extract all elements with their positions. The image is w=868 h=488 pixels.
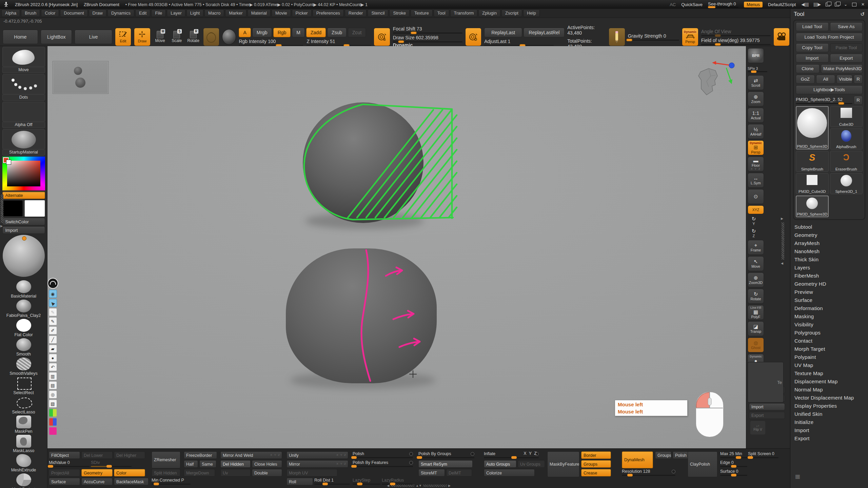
field-of-view-slider[interactable]: Field of view(deg) 39.59775 xyxy=(701,38,771,45)
trash-icon[interactable]: ▥ xyxy=(49,372,57,380)
menu-item[interactable]: Zplugin xyxy=(478,9,500,17)
current-brush-thumbnail[interactable] xyxy=(203,28,219,46)
menu-item[interactable]: Document xyxy=(60,9,87,17)
right-shelf-button[interactable]: ↻ Y xyxy=(748,216,760,226)
adjust-last-slider[interactable]: AdjustLast 1 xyxy=(484,39,554,46)
dynamesh-button[interactable]: DynaMesh xyxy=(622,451,653,468)
polish-button[interactable]: Polish xyxy=(673,451,688,459)
tool-section-item[interactable]: Preview xyxy=(793,288,865,296)
goz-button[interactable]: GoZ xyxy=(796,75,815,84)
mirror-button[interactable]: MirrorX Y Z xyxy=(287,460,348,468)
angle-of-view-slider[interactable]: Angle Of View xyxy=(701,29,771,36)
current-material-sphere[interactable] xyxy=(222,29,236,45)
reset-icon[interactable]: ↺ xyxy=(860,11,865,17)
material-item[interactable]: SelectRect xyxy=(4,377,44,396)
tool-section-item[interactable]: Export xyxy=(793,434,865,442)
mrgb-button[interactable]: Mrgb xyxy=(252,28,272,37)
tool-section-item[interactable]: Deformation xyxy=(793,304,865,312)
backfacemask-button[interactable]: BackfaceMask xyxy=(114,478,149,485)
material-item[interactable]: MaskPen xyxy=(4,415,44,435)
left-tray-tile[interactable]: Move xyxy=(2,47,45,73)
default-zscript-button[interactable]: DefaultZScript xyxy=(768,2,796,7)
edit-mode-button[interactable]: Edit xyxy=(115,28,131,46)
divider-left-icon[interactable]: ◀|||| xyxy=(801,2,809,7)
document-canvas[interactable]: ◉ ◀ ✎ ✎ ✐ ╱ xyxy=(47,46,746,448)
right-shelf-button[interactable]: ↻ Rotate xyxy=(748,289,764,304)
material-item[interactable]: Flat Color xyxy=(4,319,44,338)
alternate-color-button[interactable]: Alternate xyxy=(2,191,45,199)
lightbox-tools-button[interactable]: Lightbox▶Tools xyxy=(796,85,863,94)
color-pair-red-blue-icon[interactable] xyxy=(49,418,57,426)
surface-0-slider[interactable]: Surface 0 xyxy=(720,469,747,476)
texture-preview-box[interactable]: Te xyxy=(748,362,784,403)
texture-import-button[interactable]: Import xyxy=(749,403,785,410)
active-tool-r-button[interactable]: R xyxy=(854,96,863,105)
right-shelf-button[interactable]: ▬ Floor X Y Z xyxy=(748,157,764,171)
restore-window-icon[interactable] xyxy=(835,3,839,6)
menu-item[interactable]: Marker xyxy=(225,9,246,17)
tool-section-item[interactable]: Normal Map xyxy=(793,385,865,393)
double-button[interactable]: Double xyxy=(252,469,282,476)
menu-item[interactable]: Dynamics xyxy=(107,9,134,17)
color-picker[interactable] xyxy=(2,157,45,190)
load-tool-button[interactable]: Load Tool xyxy=(796,22,829,31)
polish-slider[interactable]: Polish xyxy=(353,451,413,458)
tool-section-item[interactable]: Import xyxy=(793,426,865,434)
menu-item[interactable]: Stroke xyxy=(389,9,410,17)
menu-item[interactable]: Movie xyxy=(272,9,291,17)
tool-section-item[interactable]: Unified Skin xyxy=(793,410,865,418)
tool-section-item[interactable]: Masking xyxy=(793,312,865,320)
menu-item[interactable]: Color xyxy=(41,9,59,17)
rgb-intensity-slider[interactable]: Rgb Intensity 100 xyxy=(239,39,303,46)
tool-section-item[interactable]: FiberMesh xyxy=(793,271,865,280)
fillobject-button[interactable]: FillObject xyxy=(49,451,80,459)
tool-section-item[interactable]: UV Map xyxy=(793,361,865,369)
goz-all-button[interactable]: All xyxy=(816,75,835,84)
border-button[interactable]: Border xyxy=(581,451,611,459)
tool-thumbnail[interactable]: Ɔ EraserBrush xyxy=(830,151,863,172)
eye-icon[interactable]: ◉ xyxy=(49,290,57,298)
del-hidden-button[interactable]: Del Hidden xyxy=(220,460,251,468)
tool-section-item[interactable]: Texture Map xyxy=(793,369,865,377)
scale-mode-button[interactable]: S Scale xyxy=(170,31,184,43)
replay-icon-button[interactable]: D xyxy=(465,28,481,46)
switch-color-button[interactable]: SwitchColor xyxy=(2,218,45,225)
dot-tool-icon[interactable]: ● xyxy=(49,354,57,362)
min-connected-p-slider[interactable]: Min Connected P xyxy=(152,478,191,485)
lightbox-button[interactable]: LightBox xyxy=(41,30,72,44)
split-hidden-button[interactable]: Split Hidden xyxy=(152,469,180,476)
geometry-button[interactable]: Geometry xyxy=(81,469,113,476)
menu-item[interactable]: Light xyxy=(186,9,203,17)
load-tools-from-project-button[interactable]: Load Tools From Project xyxy=(796,33,863,42)
menu-item[interactable]: Texture xyxy=(411,9,433,17)
projectall-button[interactable]: ProjectAll xyxy=(49,469,80,476)
black-swatch[interactable] xyxy=(2,200,23,217)
home-page-button[interactable]: Home Page xyxy=(3,30,38,44)
close-holes-button[interactable]: Close Holes xyxy=(252,460,282,468)
right-shelf-button[interactable]: Line Fill ▦ PolyF xyxy=(748,305,764,320)
live-boolean-button[interactable]: Live Boolean xyxy=(75,30,112,44)
edge-0-slider[interactable]: Edge 0 xyxy=(720,460,747,467)
same-button[interactable]: Same xyxy=(199,460,216,468)
storemt-button[interactable]: StoreMT xyxy=(418,469,445,476)
tool-section-item[interactable]: ArrayMesh xyxy=(793,239,865,247)
paste-tool-button[interactable]: Paste Tool xyxy=(830,43,863,52)
right-shelf-button[interactable]: XYZ xyxy=(748,205,764,214)
right-shelf-button[interactable]: ⊙ xyxy=(748,189,764,204)
claypolish-button[interactable]: ClayPolish xyxy=(688,451,717,477)
tool-section-item[interactable]: Thick Skin xyxy=(793,255,865,263)
right-shelf-button[interactable]: ⊕ Zoom3D xyxy=(748,272,764,287)
mergedown-button[interactable]: MergeDown xyxy=(184,469,215,476)
zadd-button[interactable]: Zadd xyxy=(306,28,326,37)
rgb-button[interactable]: Rgb xyxy=(273,28,291,37)
tool-section-item[interactable]: Surface xyxy=(793,296,865,304)
import-tool-button[interactable]: Import xyxy=(796,54,829,63)
uv-button[interactable]: Uv xyxy=(220,469,251,476)
clipboard-icon[interactable]: ▤ xyxy=(49,381,57,389)
zsub-button[interactable]: Zsub xyxy=(327,28,347,37)
menu-item[interactable]: File xyxy=(151,9,166,17)
tool-thumbnail[interactable]: Sphere3D_1 xyxy=(830,173,863,194)
import-color-button[interactable]: Import xyxy=(2,226,45,234)
subpalette-grid-icon[interactable]: ▦ xyxy=(795,473,803,479)
roll-button[interactable]: Roll xyxy=(287,478,313,485)
